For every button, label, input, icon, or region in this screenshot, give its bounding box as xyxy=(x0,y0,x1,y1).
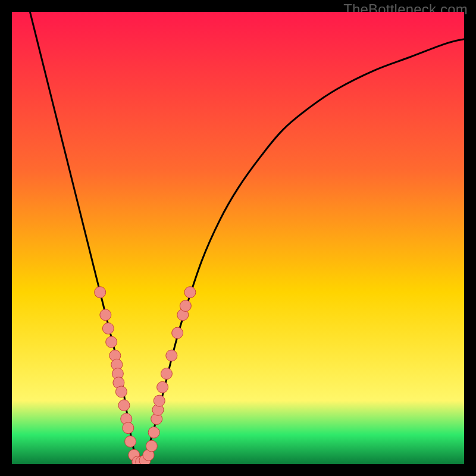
highlight-dot xyxy=(123,422,134,434)
highlight-dot xyxy=(166,350,177,361)
bottleneck-chart xyxy=(12,12,464,464)
highlight-dot xyxy=(102,323,114,334)
highlight-dot xyxy=(106,336,117,347)
highlight-dot xyxy=(157,381,168,393)
highlight-dot xyxy=(146,440,157,452)
highlight-dot xyxy=(148,427,159,438)
highlight-dot xyxy=(95,287,106,298)
chart-frame: TheBottleneck.com xyxy=(0,0,476,476)
highlight-dot xyxy=(184,287,196,298)
highlight-dot xyxy=(161,368,172,380)
highlight-dot xyxy=(115,386,127,397)
highlight-dot xyxy=(125,436,136,447)
highlight-dot xyxy=(154,395,165,406)
chart-background xyxy=(12,12,464,464)
highlight-dot xyxy=(100,309,111,321)
highlight-dot xyxy=(118,400,130,411)
highlight-dot xyxy=(172,327,183,339)
highlight-dot xyxy=(180,300,191,312)
